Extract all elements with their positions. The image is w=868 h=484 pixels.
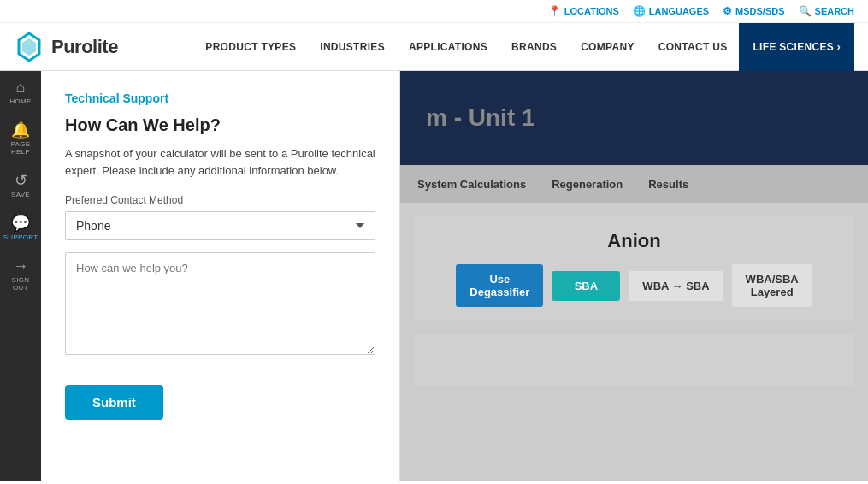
anion-title: Anion — [428, 230, 841, 252]
nav-contact-us[interactable]: CONTACT US — [647, 23, 740, 71]
wba-sba-layered-button[interactable]: WBA/SBALayered — [732, 264, 812, 307]
tab-regeneration[interactable]: Regeneration — [552, 174, 623, 194]
nav-brands[interactable]: BRANDS — [499, 23, 569, 71]
signout-icon: → — [13, 258, 28, 274]
main-area: Technical Support How Can We Help? A sna… — [41, 71, 868, 481]
chat-icon: 💬 — [11, 215, 30, 231]
logo-icon — [14, 32, 44, 62]
sba-button[interactable]: SBA — [552, 271, 620, 301]
gear-icon: ⚙ — [723, 5, 732, 17]
tab-system-calculations[interactable]: System Calculations — [417, 174, 526, 194]
sidebar-item-home[interactable]: ⌂ HOME — [0, 71, 41, 114]
contact-label: Preferred Contact Method — [65, 194, 375, 206]
submit-button[interactable]: Submit — [65, 385, 163, 420]
home-icon: ⌂ — [16, 80, 26, 95]
logo-text: Purolite — [51, 36, 118, 58]
wba-sba-button[interactable]: WBA → SBA — [629, 271, 723, 301]
locations-link[interactable]: 📍 LOCATIONS — [548, 5, 619, 17]
location-icon: 📍 — [548, 5, 561, 17]
contact-method-select[interactable]: Phone Email Other — [65, 211, 375, 240]
support-heading: How Can We Help? — [65, 115, 375, 135]
bell-icon: 🔔 — [11, 122, 30, 138]
sidebar-item-save[interactable]: ↺ SAVE — [0, 164, 41, 207]
languages-link[interactable]: 🌐 LANGUAGES — [633, 5, 709, 17]
calc-tabs: System Calculations Regeneration Results — [400, 165, 868, 203]
anion-buttons: UseDegassifier SBA WBA → SBA WBA/SBALaye… — [428, 264, 841, 307]
globe-icon: 🌐 — [633, 5, 646, 17]
sidebar-item-support[interactable]: 💬 SUPPORT — [0, 207, 41, 250]
nav-company[interactable]: COMPANY — [569, 23, 647, 71]
search-icon: 🔍 — [799, 5, 812, 17]
page-layout: ⌂ HOME 🔔 PAGE HELP ↺ SAVE 💬 SUPPORT → SI… — [0, 71, 868, 481]
lower-section — [414, 334, 854, 386]
right-panel: m - Unit 1 System Calculations Regenerat… — [400, 71, 868, 481]
refresh-icon: ↺ — [15, 173, 27, 188]
banner-title: m - Unit 1 — [426, 104, 535, 132]
nav-applications[interactable]: APPLICATIONS — [397, 23, 499, 71]
nav-industries[interactable]: INDUSTRIES — [308, 23, 397, 71]
nav-life-sciences[interactable]: LIFE SCIENCES › — [739, 23, 854, 71]
anion-section: Anion UseDegassifier SBA WBA → SBA WBA/S… — [414, 216, 854, 321]
svg-marker-1 — [22, 38, 36, 56]
top-bar: 📍 LOCATIONS 🌐 LANGUAGES ⚙ MSDS/SDS 🔍 SEA… — [0, 0, 868, 23]
tab-results[interactable]: Results — [648, 174, 688, 194]
dark-banner: m - Unit 1 — [400, 71, 868, 165]
search-link[interactable]: 🔍 SEARCH — [799, 5, 854, 17]
support-panel: Technical Support How Can We Help? A sna… — [41, 71, 400, 481]
sidebar: ⌂ HOME 🔔 PAGE HELP ↺ SAVE 💬 SUPPORT → SI… — [0, 71, 41, 481]
logo[interactable]: Purolite — [14, 32, 118, 62]
support-section-label: Technical Support — [65, 91, 375, 105]
help-textarea[interactable] — [65, 252, 375, 355]
msds-link[interactable]: ⚙ MSDS/SDS — [723, 5, 784, 17]
sidebar-item-sign-out[interactable]: → SIGN OUT — [0, 250, 41, 300]
nav-links: PRODUCT TYPES INDUSTRIES APPLICATIONS BR… — [152, 23, 854, 71]
sidebar-item-page-help[interactable]: 🔔 PAGE HELP — [0, 114, 41, 164]
main-nav: Purolite PRODUCT TYPES INDUSTRIES APPLIC… — [0, 23, 868, 71]
nav-product-types[interactable]: PRODUCT TYPES — [193, 23, 308, 71]
use-degassifier-button[interactable]: UseDegassifier — [456, 264, 543, 307]
support-description: A snapshot of your calculator will be se… — [65, 145, 375, 179]
